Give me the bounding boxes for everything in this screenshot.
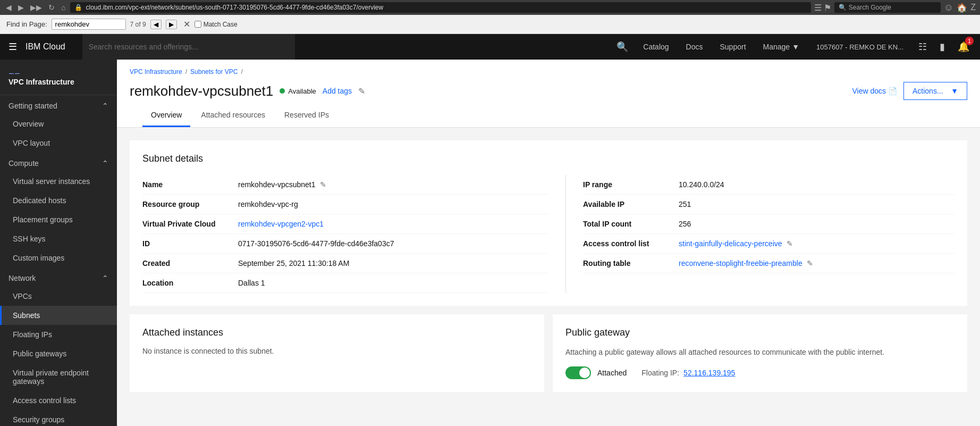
catalog-link[interactable]: Catalog (639, 43, 673, 51)
find-close-btn[interactable]: ✕ (183, 19, 190, 29)
match-case-label[interactable]: Match Case (195, 21, 238, 28)
tab-overview[interactable]: Overview (142, 104, 190, 127)
find-bar: Find in Page: 7 of 9 ◀ ▶ ✕ Match Case (0, 15, 980, 34)
app-logo: IBM Cloud (26, 42, 65, 52)
tab-reserved-ips[interactable]: Reserved IPs (276, 104, 337, 127)
find-input[interactable] (52, 19, 126, 30)
toggle-label: Attached (597, 369, 627, 377)
global-search-input[interactable] (82, 34, 295, 60)
manage-dropdown[interactable]: Manage ▼ (759, 43, 804, 51)
nav-refresh[interactable]: ↻ (47, 2, 56, 13)
find-prev-btn[interactable]: ◀ (150, 20, 162, 29)
content-area: VPC Infrastructure / Subnets for VPC / r… (117, 60, 980, 426)
url-bar[interactable]: 🔒 cloud.ibm.com/vpc-ext/network/subnet/u… (70, 2, 810, 13)
icon-wrapper-bell: 🔔 1 (956, 39, 971, 55)
brand-icon: ⚊⚊ (9, 68, 108, 76)
bottom-panels: Attached instances No instance is connec… (130, 314, 967, 392)
detail-label-ip-range: IP range (583, 180, 679, 189)
sidebar-item-public-gateways[interactable]: Public gateways (0, 344, 117, 363)
add-tags-link[interactable]: Add tags (323, 87, 352, 95)
sidebar-item-ssh-keys[interactable]: SSH keys (0, 229, 117, 248)
sidebar-item-placement-groups[interactable]: Placement groups (0, 210, 117, 229)
sidebar-item-acls[interactable]: Access control lists (0, 391, 117, 410)
nav-back[interactable]: ◀ (4, 2, 13, 13)
nav-home[interactable]: ⌂ (60, 2, 67, 13)
sidebar-section-compute[interactable]: Compute ⌃ (0, 153, 117, 172)
detail-value-routing-table: reconvene-stoplight-freebie-preamble ✎ (679, 259, 954, 268)
detail-value-resource-group: remkohdev-vpc-rg (238, 200, 548, 208)
detail-label-total-ip: Total IP count (583, 220, 679, 228)
acl-link[interactable]: stint-gainfully-delicacy-perceive (679, 239, 782, 248)
gateway-toggle[interactable] (565, 366, 591, 379)
breadcrumb-subnets-for-vpc[interactable]: Subnets for VPC (190, 68, 238, 76)
detail-value-created: September 25, 2021 11:30:18 AM (238, 259, 548, 268)
details-left: Name remkohdev-vpcsubnet1 ✎ Resource gro… (142, 175, 548, 293)
find-next-btn[interactable]: ▶ (166, 20, 177, 29)
bookmarks-icon[interactable]: ☰ (814, 3, 822, 13)
detail-label-routing-table: Routing table (583, 259, 679, 268)
actions-btn[interactable]: Actions... ▼ (903, 82, 967, 100)
acl-edit-icon[interactable]: ✎ (787, 239, 793, 248)
match-case-checkbox[interactable] (195, 21, 201, 28)
hamburger-icon[interactable]: ☰ (9, 41, 17, 53)
search-icon[interactable]: 🔍 (614, 39, 630, 55)
main-content: Subnet details Name remkohdev-vpcsubnet1… (117, 128, 980, 426)
subnet-details-card: Subnet details Name remkohdev-vpcsubnet1… (130, 140, 967, 306)
floating-ip-label: Floating IP: (641, 369, 679, 377)
table-icon[interactable]: ▮ (937, 39, 947, 55)
user-menu[interactable]: 1057607 - REMKO DE KN... (812, 43, 908, 51)
find-label: Find in Page: (6, 20, 47, 28)
profile-icon[interactable]: ☺ (944, 2, 953, 13)
floating-ip-value[interactable]: 52.116.139.195 (683, 369, 735, 377)
view-docs-btn[interactable]: View docs 📄 (852, 87, 897, 95)
main-layout: ⚊⚊ VPC Infrastructure Getting started ⌃ … (0, 60, 980, 426)
public-gateway-panel: Public gateway Attaching a public gatewa… (553, 314, 967, 392)
sidebar-item-overview[interactable]: Overview (0, 114, 117, 133)
menu-icon[interactable]: Z (970, 3, 976, 12)
title-edit-icon[interactable]: ✎ (358, 86, 365, 96)
divider-vertical (565, 175, 566, 293)
docs-link[interactable]: Docs (682, 43, 707, 51)
app-container: ☰ IBM Cloud 🔍 Catalog Docs Support Manag… (0, 34, 980, 426)
find-count: 7 of 9 (130, 21, 146, 28)
nav-forward[interactable]: ▶ (16, 2, 26, 13)
name-edit-icon[interactable]: ✎ (320, 180, 326, 189)
breadcrumb-bar: VPC Infrastructure / Subnets for VPC / r… (117, 60, 980, 128)
detail-row-resource-group: Resource group remkohdev-vpc-rg (142, 195, 548, 214)
right-section: IP range 10.240.0.0/24 Available IP 251 … (548, 175, 954, 293)
sidebar-item-floating-ips[interactable]: Floating IPs (0, 325, 117, 344)
vpc-link[interactable]: remkohdev-vpcgen2-vpc1 (238, 220, 324, 228)
attached-instances-panel: Attached instances No instance is connec… (130, 314, 544, 392)
sidebar-item-subnets[interactable]: Subnets (0, 306, 117, 325)
sidebar-section-getting-started[interactable]: Getting started ⌃ (0, 95, 117, 114)
grid-icon[interactable]: ☷ (916, 39, 929, 55)
status-badge: Available (280, 87, 316, 95)
detail-value-acl: stint-gainfully-delicacy-perceive ✎ (679, 239, 954, 248)
routing-table-edit-icon[interactable]: ✎ (807, 259, 813, 268)
support-link[interactable]: Support (715, 43, 750, 51)
detail-row-ip-range: IP range 10.240.0.0/24 (583, 175, 954, 195)
sidebar-section-network[interactable]: Network ⌃ (0, 268, 117, 287)
toggle-knob (579, 367, 590, 378)
tab-attached-resources[interactable]: Attached resources (192, 104, 274, 127)
sidebar-item-vsi[interactable]: Virtual server instances (0, 172, 117, 191)
sidebar-item-vpcs[interactable]: VPCs (0, 287, 117, 306)
status-text: Available (288, 87, 316, 95)
bookmark-icon[interactable]: ⚑ (824, 3, 831, 13)
attached-instances-empty: No instance is connected to this subnet. (142, 347, 531, 355)
sidebar-item-vpc-layout[interactable]: VPC layout (0, 133, 117, 153)
routing-table-link[interactable]: reconvene-stoplight-freebie-preamble (679, 259, 802, 268)
icon-wrapper-grid: ☷ (916, 39, 929, 55)
sidebar: ⚊⚊ VPC Infrastructure Getting started ⌃ … (0, 60, 117, 426)
detail-value-total-ip: 256 (679, 220, 954, 228)
browser-chrome: ◀ ▶ ▶▶ ↻ ⌂ 🔒 cloud.ibm.com/vpc-ext/netwo… (0, 0, 980, 15)
nav-skip[interactable]: ▶▶ (29, 2, 44, 13)
sidebar-item-custom-images[interactable]: Custom images (0, 248, 117, 268)
sidebar-item-security-groups[interactable]: Security groups (0, 410, 117, 426)
breadcrumb-vpc-infra[interactable]: VPC Infrastructure (130, 68, 182, 76)
url-text: cloud.ibm.com/vpc-ext/network/subnet/us-… (86, 4, 383, 11)
sidebar-item-dedicated-hosts[interactable]: Dedicated hosts (0, 191, 117, 210)
sidebar-item-vpc-endpoint-gateways[interactable]: Virtual private endpoint gateways (0, 363, 117, 391)
extensions-icon[interactable]: 🏠 (957, 3, 967, 13)
browser-search-bar[interactable]: 🔍 Search Google (834, 2, 941, 13)
